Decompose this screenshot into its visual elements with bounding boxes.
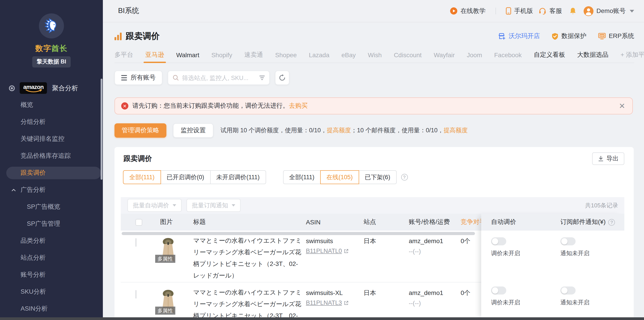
tab-wayfair[interactable]: Wayfair — [434, 47, 455, 63]
tab-shopify[interactable]: Shopify — [211, 47, 232, 63]
tab-walmart[interactable]: Walmart — [176, 47, 199, 63]
raise-quota-link-2[interactable]: 提高额度 — [444, 127, 468, 134]
segment-all[interactable]: 全部(111) — [123, 170, 161, 184]
storefront-icon — [498, 32, 506, 40]
tab-multi-platform[interactable]: 多平台 — [114, 47, 133, 63]
segment-online[interactable]: 在线(105) — [320, 170, 359, 184]
reprice-status-label: 调价未开启 — [491, 249, 520, 258]
tab-lazada[interactable]: Lazada — [309, 47, 330, 63]
refresh-button[interactable] — [275, 71, 289, 85]
sidebar-item-account-analysis[interactable]: 账号分析 — [0, 266, 103, 283]
tab-amazon[interactable]: 亚马逊 — [145, 47, 164, 63]
auto-reprice-toggle[interactable] — [491, 237, 506, 245]
sidebar-scrollbar[interactable] — [100, 79, 102, 180]
app-window: 数字酋长 擎天数据 BI amazon 聚合分析 概览 分组分析 关键词排名监控… — [0, 0, 644, 320]
toolbar: 管理调价策略 监控设置 试用期 10 个调价额度，使用量：0/10，提高额度；1… — [114, 123, 468, 138]
select-all-checkbox[interactable] — [136, 219, 142, 226]
batch-actions-row: 批量自动调价 批量订阅通知 共105条记录 — [121, 197, 624, 214]
tab-custom-dashboard[interactable]: 自定义看板 — [534, 47, 565, 63]
sidebar-item-sp-ad-overview[interactable]: SP广告概览 — [0, 198, 103, 215]
page-header: 跟卖调价 沃尔玛开店 数据保护 ERP ERP系统 — [114, 29, 634, 44]
sidebar-item-competitor-tracking[interactable]: 竞品价格库存追踪 — [0, 147, 103, 164]
sidebar-item-overview[interactable]: 概览 — [0, 96, 103, 113]
sidebar-item-follow-sell-reprice[interactable]: 跟卖调价 — [0, 164, 103, 181]
notify-toggle[interactable] — [560, 287, 576, 295]
horizontal-scrollbar[interactable] — [122, 232, 475, 235]
notify-toggle[interactable] — [560, 237, 576, 245]
tab-cdiscount[interactable]: Cdiscount — [394, 47, 422, 63]
monitor-settings-button[interactable]: 监控设置 — [173, 123, 213, 138]
sidebar-section-amazon[interactable]: amazon 聚合分析 — [0, 82, 103, 94]
sidebar-item-asin-analysis[interactable]: ASIN分析 — [0, 300, 103, 317]
listing-state-segment: 全部(111) 在线(105) 已下架(6) — [283, 170, 396, 184]
product-image[interactable]: 多属性 — [158, 289, 179, 315]
reprice-state-segment: 全部(111) 已开启调价(0) 未开启调价(111) — [123, 170, 266, 184]
segment-all-listings[interactable]: 全部(111) — [283, 170, 321, 184]
tab-wish[interactable]: Wish — [368, 47, 382, 63]
manage-strategy-button[interactable]: 管理调价策略 — [114, 123, 166, 138]
sidebar-item-sku-analysis[interactable]: SKU分析 — [0, 283, 103, 300]
user-menu[interactable]: Demo账号 — [584, 6, 634, 16]
svg-text:ERP: ERP — [600, 35, 604, 37]
online-tutorial-link[interactable]: 在线教学 — [450, 7, 486, 15]
filter-funnel-icon[interactable] — [260, 75, 265, 80]
notification-bell-icon[interactable] — [569, 7, 576, 15]
tab-facebook[interactable]: Facebook — [494, 47, 522, 63]
row-checkbox[interactable] — [136, 238, 136, 247]
all-accounts-button[interactable]: 所有账号 — [114, 71, 162, 85]
customer-service-label: 客服 — [550, 7, 562, 15]
tab-ebay[interactable]: eBay — [342, 47, 356, 63]
sidebar-item-keyword-rank[interactable]: 关键词排名监控 — [0, 130, 103, 147]
sidebar-item-label: SP广告管理 — [27, 220, 60, 228]
external-link-icon — [344, 301, 348, 305]
customer-service-link[interactable]: 客服 — [538, 7, 562, 15]
topbar: BI系统 在线教学 手机版 客服 Demo账号 — [103, 0, 644, 22]
help-icon[interactable]: ? — [608, 219, 615, 226]
tab-add-platform[interactable]: + 添加平台 — [620, 47, 644, 63]
close-icon[interactable]: ✕ — [619, 102, 626, 110]
sidebar-item-label: SP广告概览 — [27, 203, 60, 211]
sidebar-item-category-analysis[interactable]: 品类分析 — [0, 232, 103, 249]
row-checkbox[interactable] — [136, 290, 136, 299]
record-count: 共105条记录 — [585, 201, 618, 209]
tab-joom[interactable]: Joom — [467, 47, 482, 63]
site-value: 日本 — [364, 289, 376, 297]
mobile-version-link[interactable]: 手机版 — [506, 7, 533, 15]
sidebar-item-label: 账号分析 — [20, 271, 46, 279]
walmart-open-store-link[interactable]: 沃尔玛开店 — [498, 32, 540, 40]
segment-delisted[interactable]: 已下架(6) — [358, 170, 396, 184]
mobile-version-label: 手机版 — [514, 7, 533, 15]
raise-quota-link-1[interactable]: 提高额度 — [327, 127, 351, 134]
shield-check-icon — [552, 32, 558, 40]
online-tutorial-label: 在线教学 — [460, 7, 486, 15]
asin-link[interactable]: B11PLNATL0 — [306, 248, 348, 254]
segment-reprice-off[interactable]: 未开启调价(111) — [210, 170, 266, 184]
tab-aliexpress[interactable]: 速卖通 — [244, 47, 263, 63]
search-input[interactable] — [182, 74, 256, 81]
chevron-down-icon — [173, 204, 176, 207]
sidebar-item-group-analysis[interactable]: 分组分析 — [0, 113, 103, 130]
radio-selected-icon — [9, 85, 15, 91]
external-link-icon — [344, 249, 348, 253]
segment-reprice-on[interactable]: 已开启调价(0) — [160, 170, 210, 184]
sidebar-item-label: 概览 — [20, 101, 33, 109]
page-title: 跟卖调价 — [126, 30, 160, 42]
erp-system-link[interactable]: ERP ERP系统 — [598, 32, 634, 40]
batch-subscribe-dropdown[interactable]: 批量订阅通知 — [186, 199, 240, 212]
tab-shopee[interactable]: Shopee — [275, 47, 297, 63]
sidebar-item-sp-ad-manage[interactable]: SP广告管理 — [0, 215, 103, 232]
asin-text: B11PLNATL0 — [306, 248, 342, 254]
headset-icon — [538, 7, 546, 15]
asin-link[interactable]: B11PLNATL3 — [306, 300, 348, 306]
go-purchase-link[interactable]: 去购买 — [289, 102, 308, 110]
sidebar-item-site-analysis[interactable]: 站点分析 — [0, 249, 103, 266]
help-icon[interactable]: ? — [401, 174, 408, 181]
tab-big-data-selection[interactable]: 大数据选品 — [577, 47, 608, 63]
export-button[interactable]: 导出 — [592, 152, 624, 165]
auto-reprice-toggle[interactable] — [491, 287, 506, 295]
product-image[interactable]: 多属性 — [158, 237, 179, 263]
data-protection-link[interactable]: 数据保护 — [552, 32, 586, 40]
column-auto-reprice: 自动调价 — [491, 214, 516, 231]
batch-auto-reprice-dropdown[interactable]: 批量自动调价 — [128, 199, 182, 212]
sidebar-group-ad-analysis[interactable]: 广告分析 — [0, 181, 103, 198]
